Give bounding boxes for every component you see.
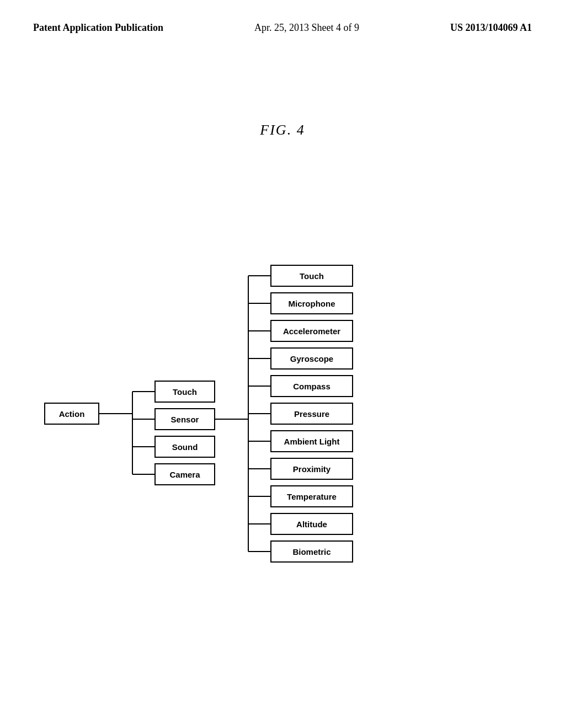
level3-ambient-light-box: Ambient Light	[270, 430, 353, 452]
patent-number-label: US 2013/104069 A1	[450, 22, 532, 34]
action-box: Action	[44, 403, 99, 425]
level2-sensor-box: Sensor	[154, 408, 215, 430]
publication-label: Patent Application Publication	[33, 22, 163, 34]
level2-touch-box: Touch	[154, 381, 215, 403]
level3-accelerometer-box: Accelerometer	[270, 320, 353, 342]
level3-touch-box: Touch	[270, 265, 353, 287]
level3-proximity-box: Proximity	[270, 458, 353, 480]
figure-label: FIG. 4	[0, 122, 565, 138]
level2-sound-box: Sound	[154, 436, 215, 458]
level3-altitude-box: Altitude	[270, 513, 353, 535]
level3-gyroscope-box: Gyroscope	[270, 347, 353, 370]
level2-camera-box: Camera	[154, 463, 215, 485]
level3-biometric-box: Biometric	[270, 540, 353, 563]
level3-microphone-box: Microphone	[270, 292, 353, 314]
level3-temperature-box: Temperature	[270, 485, 353, 507]
date-sheet-label: Apr. 25, 2013 Sheet 4 of 9	[254, 22, 359, 34]
level3-compass-box: Compass	[270, 375, 353, 397]
diagram-container: Action Touch Sensor Sound Camera Touch M…	[33, 254, 530, 640]
level3-pressure-box: Pressure	[270, 403, 353, 425]
page-header: Patent Application Publication Apr. 25, …	[0, 0, 565, 34]
